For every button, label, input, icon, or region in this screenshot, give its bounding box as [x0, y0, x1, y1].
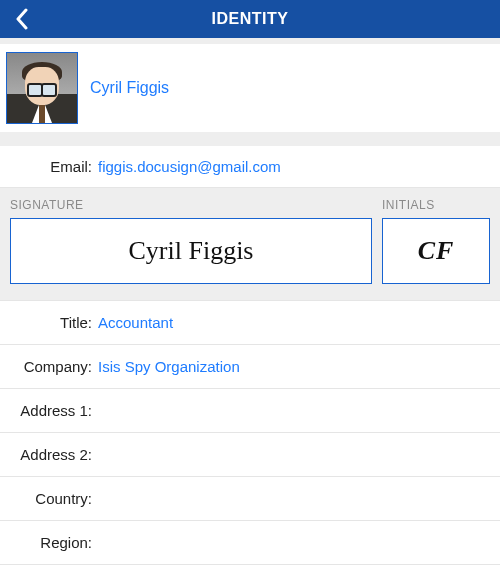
- title-label: Title:: [8, 314, 96, 331]
- back-button[interactable]: [8, 5, 36, 33]
- signature-section: SIGNATURE INITIALS Cyril Figgis CF: [0, 188, 500, 300]
- email-label: Email:: [8, 158, 96, 175]
- initials-text: CF: [418, 236, 455, 266]
- initials-box[interactable]: CF: [382, 218, 490, 284]
- chevron-left-icon: [15, 8, 29, 30]
- spacer: [0, 132, 500, 146]
- initials-heading: INITIALS: [382, 198, 490, 212]
- company-value: Isis Spy Organization: [96, 358, 492, 375]
- signature-text: Cyril Figgis: [129, 236, 254, 266]
- region-label: Region:: [8, 534, 96, 551]
- city-row[interactable]: City:: [0, 565, 500, 569]
- profile-name: Cyril Figgis: [90, 79, 169, 97]
- address2-row[interactable]: Address 2:: [0, 433, 500, 477]
- email-row[interactable]: Email: figgis.docusign@gmail.com: [0, 146, 500, 188]
- profile-row[interactable]: Cyril Figgis: [0, 44, 500, 132]
- title-value: Accountant: [96, 314, 492, 331]
- signature-heading: SIGNATURE: [10, 198, 372, 212]
- address1-row[interactable]: Address 1:: [0, 389, 500, 433]
- region-row[interactable]: Region:: [0, 521, 500, 565]
- title-row[interactable]: Title: Accountant: [0, 300, 500, 345]
- country-label: Country:: [8, 490, 96, 507]
- page-title: IDENTITY: [212, 10, 289, 28]
- country-row[interactable]: Country:: [0, 477, 500, 521]
- avatar[interactable]: [6, 52, 78, 124]
- signature-box[interactable]: Cyril Figgis: [10, 218, 372, 284]
- email-value: figgis.docusign@gmail.com: [96, 158, 492, 175]
- address1-label: Address 1:: [8, 402, 96, 419]
- company-label: Company:: [8, 358, 96, 375]
- detail-list: Title: Accountant Company: Isis Spy Orga…: [0, 300, 500, 569]
- header-bar: IDENTITY: [0, 0, 500, 38]
- address2-label: Address 2:: [8, 446, 96, 463]
- company-row[interactable]: Company: Isis Spy Organization: [0, 345, 500, 389]
